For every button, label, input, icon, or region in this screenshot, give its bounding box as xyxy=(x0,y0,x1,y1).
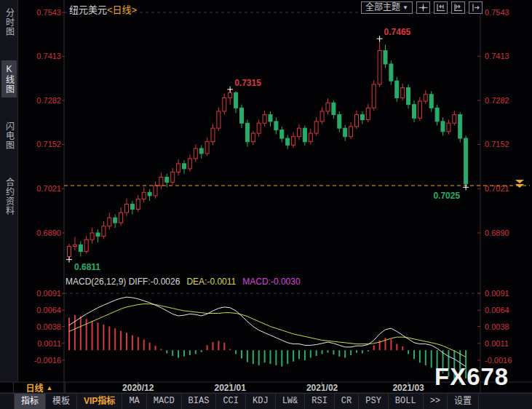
candle-body xyxy=(453,115,456,124)
candle-body xyxy=(338,115,341,129)
toolbar-item-BIAS[interactable]: BIAS xyxy=(182,394,217,409)
candle-body xyxy=(142,192,146,199)
toolbar-item-MA[interactable]: MA xyxy=(122,394,146,409)
axis-label: 0.0011 xyxy=(485,339,509,348)
candle-body xyxy=(136,199,140,210)
trading-app-window: { "sidebar": { "items": [ {"label": "分时图… xyxy=(0,0,532,409)
macd-dea-value: DEA:-0.0011 xyxy=(186,277,236,287)
crosshair-icon[interactable] xyxy=(416,1,430,14)
candle-body xyxy=(435,108,439,122)
axis-label: 0.0038 xyxy=(485,322,509,331)
candle-body xyxy=(458,115,462,138)
candle-body xyxy=(90,233,94,239)
toolbar-item-设置[interactable]: 设置 xyxy=(448,394,479,409)
toolbar-item-指标[interactable]: 指标 xyxy=(14,394,46,409)
price-annotation: 0.6811 xyxy=(74,262,100,272)
candle-body xyxy=(234,92,238,108)
price-annotation: 0.7465 xyxy=(384,27,411,37)
axis-label: 0.7413 xyxy=(36,52,61,60)
candle-body xyxy=(314,122,318,133)
timeframe-label: 日线 xyxy=(26,381,44,394)
toolbar-item->>[interactable]: >> xyxy=(424,394,448,409)
candle-body xyxy=(355,115,359,127)
toolbar-item-MACD[interactable]: MACD xyxy=(147,394,182,409)
triangle-up-icon: ▲ xyxy=(47,384,53,392)
candle-body xyxy=(274,122,278,130)
last-price-line xyxy=(64,180,530,188)
candle-body xyxy=(389,64,393,81)
candle-body xyxy=(332,103,336,114)
axis-label: 0.6890 xyxy=(485,229,509,237)
indicator-toolbar: 指标模板VIP指标MAMACDBIASCCIKDJLW&RSICRPSYBOLL… xyxy=(0,393,532,409)
candle-body xyxy=(229,92,232,98)
candle-body xyxy=(199,148,203,154)
period-tag: <日线> xyxy=(107,4,137,15)
candle-body xyxy=(280,130,284,138)
candle-body xyxy=(292,137,295,146)
candle-body xyxy=(96,233,100,237)
candle-body xyxy=(84,239,88,251)
candle-body xyxy=(424,95,427,101)
axis-label: 0.7413 xyxy=(485,52,509,60)
timeframe-selector[interactable]: 日线 ▲ xyxy=(13,382,65,393)
diff-line xyxy=(69,297,466,366)
chart-canvas[interactable]: 0.75430.75430.74130.74130.72820.72820.71… xyxy=(0,0,532,393)
toolbar-item-PSY[interactable]: PSY xyxy=(359,394,389,409)
theme-selector-label: 全部主题 xyxy=(365,2,400,13)
candle-body xyxy=(360,115,364,120)
price-annotation: 0.7315 xyxy=(234,78,261,88)
toolbar-item-VIP指标[interactable]: VIP指标 xyxy=(77,394,122,409)
candle-body xyxy=(194,148,197,159)
candle-body xyxy=(407,87,410,104)
zoom-x-in-icon[interactable] xyxy=(434,1,448,14)
axis-label: 0.0064 xyxy=(36,306,61,314)
toolbar-item-CCI[interactable]: CCI xyxy=(216,394,246,409)
candle-body xyxy=(447,123,450,132)
candle-body xyxy=(326,103,330,111)
candle-body xyxy=(154,186,157,196)
dea-line xyxy=(69,304,466,357)
candle-body xyxy=(320,111,324,122)
toolbar-item-模板[interactable]: 模板 xyxy=(46,394,77,409)
candle-body xyxy=(125,204,129,213)
candle-body xyxy=(130,204,134,210)
axis-label: 0.0091 xyxy=(36,289,61,298)
toolbar-item-LW&[interactable]: LW& xyxy=(276,394,306,409)
candle-body xyxy=(159,177,163,186)
candle-body xyxy=(240,108,244,123)
candle-body xyxy=(251,133,255,142)
macd-indicator-header: MACD(26,12,9) DIFF:-0.0026DEA:-0.0011MAC… xyxy=(65,277,301,287)
zoom-x-out-icon[interactable] xyxy=(451,1,465,14)
theme-selector-dropdown[interactable]: 全部主题 ▼ xyxy=(361,1,413,14)
toolbar-item-CR[interactable]: CR xyxy=(335,394,359,409)
toolbar-item-KDJ[interactable]: KDJ xyxy=(246,394,276,409)
gridlines xyxy=(64,12,480,293)
candle-body xyxy=(211,128,215,142)
candle-body xyxy=(344,128,347,137)
candle-body xyxy=(119,213,123,223)
candle-body xyxy=(372,84,376,108)
candle-body xyxy=(79,245,82,251)
candle-body xyxy=(148,192,151,196)
axis-label: 0.0038 xyxy=(36,322,61,331)
axis-label: 0.7152 xyxy=(485,140,509,148)
pan-right-icon[interactable] xyxy=(469,1,483,14)
axis-label: 0.0091 xyxy=(485,289,509,298)
price-axis: 0.75430.75430.74130.74130.72820.72820.71… xyxy=(34,8,512,365)
macd-macd-value: MACD:-0.0030 xyxy=(242,277,300,287)
candle-body xyxy=(395,81,399,98)
candle-body xyxy=(177,164,180,172)
macd-params-diff: MACD(26,12,9) DIFF:-0.0026 xyxy=(65,277,180,287)
candle-body xyxy=(309,133,312,142)
candle-body xyxy=(378,50,381,84)
candles xyxy=(68,39,468,259)
price-annotation: 0.7025 xyxy=(433,191,460,201)
axis-label: 0.7021 xyxy=(36,184,61,193)
toolbar-item-RSI[interactable]: RSI xyxy=(305,394,335,409)
axis-label: 0.0064 xyxy=(485,306,509,314)
candle-body xyxy=(108,218,111,226)
candle-body xyxy=(384,50,387,64)
candle-body xyxy=(68,247,71,257)
toolbar-item-BOLL[interactable]: BOLL xyxy=(389,394,424,409)
candle-body xyxy=(263,115,266,124)
